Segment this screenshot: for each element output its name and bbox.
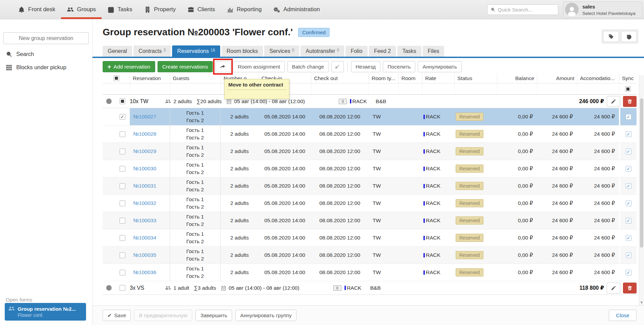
select-all-checkbox[interactable] xyxy=(103,73,130,83)
tab-reservations[interactable]: Reservations16 xyxy=(172,45,220,57)
delete-group-button[interactable] xyxy=(623,283,637,293)
nav-item-clients[interactable]: Clients xyxy=(182,0,221,19)
move-to-other-contract-button[interactable] xyxy=(215,61,231,72)
key-button[interactable] xyxy=(331,61,344,72)
tab-services[interactable]: Services0 xyxy=(264,45,299,57)
nav-item-front-desk[interactable]: Front desk xyxy=(12,0,61,19)
finish-button[interactable]: Завершить xyxy=(195,310,232,321)
history-button[interactable] xyxy=(621,31,637,42)
row-select-checkbox[interactable] xyxy=(115,108,130,125)
guest-count: 2 adults xyxy=(221,126,258,142)
to-preliminary-button[interactable]: В предварительную xyxy=(134,310,192,321)
tab-files[interactable]: Files xyxy=(423,46,444,57)
nav-item-administration[interactable]: Administration xyxy=(267,0,326,19)
check-out-date: 08.08.2020 12:00 xyxy=(311,143,369,160)
row-select-checkbox[interactable] xyxy=(115,160,130,177)
row-select-checkbox[interactable] xyxy=(115,143,130,160)
col-rate[interactable]: Rate xyxy=(422,73,454,83)
reservation-link[interactable]: №100030 xyxy=(130,160,170,177)
sync-checkbox[interactable] xyxy=(619,143,637,160)
row-select-checkbox[interactable] xyxy=(115,177,130,194)
open-form-card[interactable]: Group reservation №2... Flower conf. xyxy=(5,303,86,321)
sync-checkbox[interactable] xyxy=(619,195,637,212)
sync-checkbox[interactable] xyxy=(619,108,637,125)
group-select-checkbox[interactable] xyxy=(115,285,130,291)
reservation-link[interactable]: №100034 xyxy=(130,229,170,246)
sync-checkbox[interactable] xyxy=(619,126,637,142)
row-select-checkbox[interactable] xyxy=(115,229,130,246)
group-select-checkbox[interactable] xyxy=(115,98,130,104)
row-select-checkbox[interactable] xyxy=(115,126,130,142)
sync-checkbox[interactable] xyxy=(619,229,637,246)
tab-general[interactable]: General xyxy=(103,46,132,57)
close-button[interactable]: Close xyxy=(609,310,637,321)
nav-item-property[interactable]: Property xyxy=(138,0,182,19)
reservation-link[interactable]: №100036 xyxy=(130,264,170,281)
tab-contracts[interactable]: Contracts3 xyxy=(133,45,171,57)
tab-room-blocks[interactable]: Room blocks xyxy=(222,46,263,57)
row-select-checkbox[interactable] xyxy=(115,195,130,212)
add-reservation-button[interactable]: +Add reservation xyxy=(103,61,155,72)
check-in-button[interactable]: Поселить xyxy=(383,61,416,72)
nav-item-tasks[interactable]: Tasks xyxy=(102,0,138,19)
tags-button[interactable] xyxy=(603,31,619,42)
tab-folio[interactable]: Folio xyxy=(346,46,368,57)
sync-checkbox[interactable] xyxy=(619,160,637,177)
search-icon xyxy=(491,7,495,12)
tab-autotransfer[interactable]: Autotransfer0 xyxy=(300,45,344,57)
key-icon xyxy=(335,64,340,70)
col-reservation[interactable]: Reservation xyxy=(130,73,170,83)
room xyxy=(398,195,422,212)
row-select-checkbox[interactable] xyxy=(115,212,130,229)
sidebar-item-blocks-under-pickup[interactable]: Blocks under pickup xyxy=(0,61,92,74)
sync-checkbox[interactable] xyxy=(619,264,637,281)
quick-search-input[interactable] xyxy=(498,7,555,13)
reservation-link[interactable]: №100029 xyxy=(130,143,170,160)
annul-button[interactable]: Аннулировать xyxy=(418,61,461,72)
reservation-link[interactable]: №100033 xyxy=(130,212,170,229)
col-status[interactable]: Status xyxy=(454,73,497,83)
tab-feed-2[interactable]: Feed 2 xyxy=(369,46,396,57)
col-sync[interactable]: Sync xyxy=(619,73,637,83)
reservation-link[interactable]: №100028 xyxy=(130,126,170,142)
scrollbar-down-arrow[interactable]: ▼ xyxy=(639,301,644,304)
tab-tasks[interactable]: Tasks xyxy=(397,46,421,57)
user-menu[interactable]: sales Select Hotel Paveletskaya xyxy=(563,1,642,18)
delete-group-button[interactable] xyxy=(623,96,637,107)
col-accommodation[interactable]: Accomodatio... xyxy=(577,73,619,83)
col-amount[interactable]: Amount xyxy=(537,73,577,83)
collapse-group-button[interactable] xyxy=(103,285,115,291)
reservation-link[interactable]: №100027 xyxy=(130,108,170,125)
reservation-link[interactable]: №100032 xyxy=(130,195,170,212)
guest-count: 2 adults xyxy=(221,177,258,194)
no-show-button[interactable]: Незаезд xyxy=(351,61,380,72)
batch-change-button[interactable]: Batch change xyxy=(287,61,329,72)
col-check-out[interactable]: Check out xyxy=(311,73,369,83)
col-room-type[interactable]: Room ty... xyxy=(369,73,398,83)
sync-checkbox[interactable] xyxy=(619,177,637,194)
reservation-row: №100034 Гость 1Гость 2 2 adults 05.08.20… xyxy=(103,229,637,247)
vertical-scrollbar[interactable]: ▼ xyxy=(639,75,644,305)
create-reservations-button[interactable]: Create reservations xyxy=(158,61,213,72)
scrollbar-thumb[interactable] xyxy=(640,98,643,248)
sync-checkbox[interactable] xyxy=(619,247,637,264)
col-balance[interactable]: Balance xyxy=(497,73,537,83)
nav-item-reporting[interactable]: Reporting xyxy=(221,0,268,19)
row-select-checkbox[interactable] xyxy=(115,264,130,281)
save-button[interactable]: ✔Save xyxy=(103,310,131,321)
room-assignment-button[interactable]: Room assignment xyxy=(233,61,285,72)
edit-group-button[interactable] xyxy=(607,96,620,107)
sync-filter-checkbox[interactable] xyxy=(619,83,637,94)
col-room[interactable]: Room xyxy=(398,73,422,83)
sync-checkbox[interactable] xyxy=(619,212,637,229)
row-select-checkbox[interactable] xyxy=(115,247,130,264)
sidebar-item-search[interactable]: Search xyxy=(0,47,92,61)
reservation-link[interactable]: №100035 xyxy=(130,247,170,264)
new-group-reservation-button[interactable]: New group reservation xyxy=(3,32,89,44)
annul-group-button[interactable]: Аннулировать группу xyxy=(235,310,296,321)
edit-group-button[interactable] xyxy=(607,283,620,293)
nav-item-groups[interactable]: Groups xyxy=(61,0,102,19)
reservation-link[interactable]: №100031 xyxy=(130,177,170,194)
collapse-group-button[interactable] xyxy=(103,98,115,104)
col-guests[interactable]: Guests xyxy=(170,73,221,83)
